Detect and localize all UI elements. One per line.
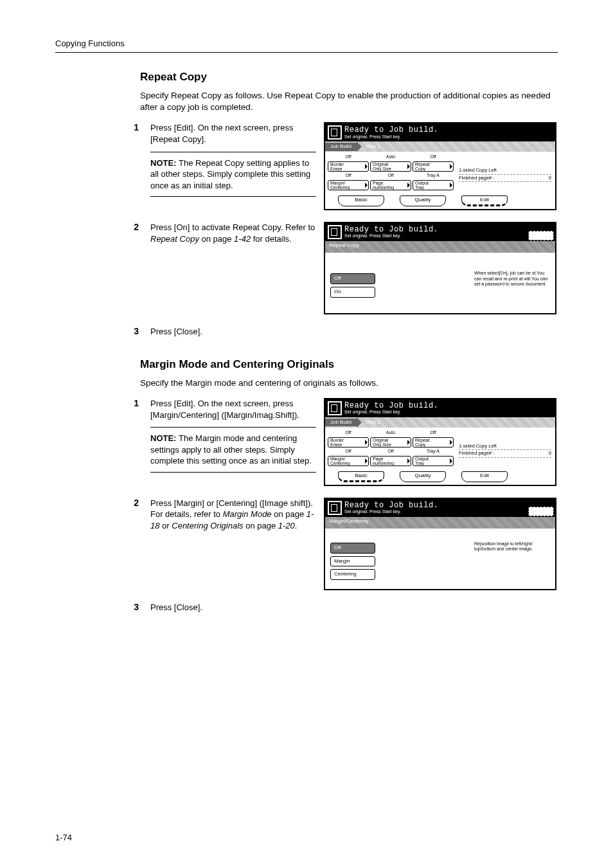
step-text: Press [Close]. — [150, 602, 316, 613]
option-margin-button[interactable]: Margin — [330, 556, 375, 567]
info-finished-value: 0 — [549, 451, 551, 456]
page-numbering-button[interactable]: Pagenumbering — [370, 456, 411, 466]
breadcrumb-step: Step 1 — [366, 420, 380, 426]
step-number: 2 — [120, 498, 150, 508]
step-number: 3 — [120, 326, 150, 336]
page-numbering-button[interactable]: Pagenumbering — [370, 180, 411, 190]
screen-subtitle: Set original. Press Start key. — [344, 509, 551, 514]
info-finished-label: Finished page# : — [459, 451, 494, 456]
screen-subtitle: Set original. Press Start key. — [344, 134, 551, 140]
chevron-right-icon — [357, 141, 362, 152]
info-finished-value: 0 — [549, 176, 551, 181]
device-screen-margin-centering: Ready to Job build. Set original. Press … — [324, 498, 556, 590]
state-label: Off — [328, 154, 369, 160]
tab-basic[interactable]: Basic — [338, 471, 384, 482]
back-button[interactable]: Back — [528, 231, 554, 240]
tab-edit[interactable]: Edit — [461, 471, 508, 482]
state-label: Tray A — [413, 173, 454, 179]
device-screen-repeat-copy: Ready to Job build. Set original. Press … — [324, 222, 556, 314]
info-copy-mode: 1-sided Copy Left — [459, 168, 497, 173]
margin-centering-button[interactable]: Margin/Centering — [328, 456, 369, 466]
state-label: Off — [370, 173, 411, 179]
step-number: 2 — [120, 222, 150, 232]
state-label: Auto — [370, 154, 411, 160]
screen-subtitle: Set original. Press Start key. — [344, 410, 551, 415]
original-size-button[interactable]: OriginalOrig.Size — [370, 161, 411, 172]
screen-subtitle: Set original. Press Start key. — [344, 233, 551, 239]
state-label: Off — [328, 173, 369, 179]
note-label: NOTE: — [150, 158, 179, 168]
repeat-copy-button[interactable]: RepeatCopy — [413, 161, 454, 172]
document-icon — [328, 125, 342, 140]
breadcrumb-tab: Job Build — [325, 143, 357, 151]
option-off-button[interactable]: Off — [330, 543, 375, 554]
page-number: 1-74 — [55, 833, 72, 842]
tab-edit[interactable]: Edit — [461, 195, 508, 206]
document-icon — [328, 401, 342, 415]
info-copy-mode: 1-sided Copy Left — [459, 444, 497, 449]
info-panel: When select[On], job can be st.You can r… — [474, 271, 551, 287]
step-number: 1 — [120, 398, 150, 408]
section-repeat-copy-intro: Specify Repeat Copy as follows. Use Repe… — [140, 90, 558, 113]
step-text: Press [Edit]. On the next screen, press … — [150, 398, 316, 420]
note-box: NOTE: The Repeat Copy setting applies to… — [150, 152, 316, 197]
border-erase-button[interactable]: BorderErase — [328, 161, 369, 172]
output-tray-button[interactable]: OutputTray — [413, 456, 454, 466]
document-icon — [328, 225, 342, 239]
running-header: Copying Functions — [55, 39, 558, 48]
tab-quality[interactable]: Quality — [400, 195, 446, 206]
back-button[interactable]: Back — [528, 507, 554, 516]
original-size-button[interactable]: OriginalOrig.Size — [370, 437, 411, 448]
device-screen-edit: Ready to Job build. Set original. Press … — [324, 398, 556, 486]
breadcrumb-label: Repeat Copy — [329, 242, 359, 248]
step-text: Press [On] to activate Repeat Copy. Refe… — [150, 222, 316, 244]
section-repeat-copy-title: Repeat Copy — [140, 71, 558, 84]
margin-centering-button[interactable]: Margin/Centering — [328, 180, 369, 190]
option-centering-button[interactable]: Centering — [330, 569, 375, 580]
device-screen-edit: Ready to Job build. Set original. Press … — [324, 122, 556, 210]
chevron-right-icon — [357, 417, 362, 428]
step-number: 3 — [120, 602, 150, 612]
state-label: Auto — [370, 430, 411, 436]
state-label: Tray A — [413, 449, 454, 455]
breadcrumb-step: Step 1 — [366, 144, 380, 150]
note-box: NOTE: The Margin mode and centering sett… — [150, 427, 316, 473]
option-off-button[interactable]: Off — [330, 273, 375, 284]
output-tray-button[interactable]: OutputTray — [413, 180, 454, 190]
info-panel: Reposition image to left/right/ top/bott… — [474, 541, 551, 552]
repeat-copy-button[interactable]: RepeatCopy — [413, 437, 454, 448]
state-label: Off — [413, 430, 454, 436]
section-margin-title: Margin Mode and Centering Originals — [140, 358, 558, 371]
breadcrumb-label: Margin/Centering — [329, 518, 368, 524]
document-icon — [328, 501, 342, 515]
step-number: 1 — [120, 122, 150, 132]
state-label: Off — [328, 430, 369, 436]
breadcrumb-tab: Job Build — [325, 419, 357, 427]
header-rule — [55, 52, 558, 53]
option-on-button[interactable]: On — [330, 287, 375, 298]
border-erase-button[interactable]: BorderErase — [328, 437, 369, 448]
step-text: Press [Close]. — [150, 326, 316, 338]
tab-basic[interactable]: Basic — [338, 195, 384, 206]
state-label: Off — [370, 449, 411, 455]
note-label: NOTE: — [150, 433, 179, 443]
step-text: Press [Margin] or [Centering] ([Image sh… — [150, 498, 316, 532]
info-finished-label: Finished page# : — [459, 176, 494, 181]
state-label: Off — [413, 154, 454, 160]
step-text: Press [Edit]. On the next screen, press … — [150, 122, 316, 145]
tab-quality[interactable]: Quality — [400, 471, 446, 482]
section-margin-intro: Specify the Margin mode and centering of… — [140, 377, 558, 389]
state-label: Off — [328, 449, 369, 455]
